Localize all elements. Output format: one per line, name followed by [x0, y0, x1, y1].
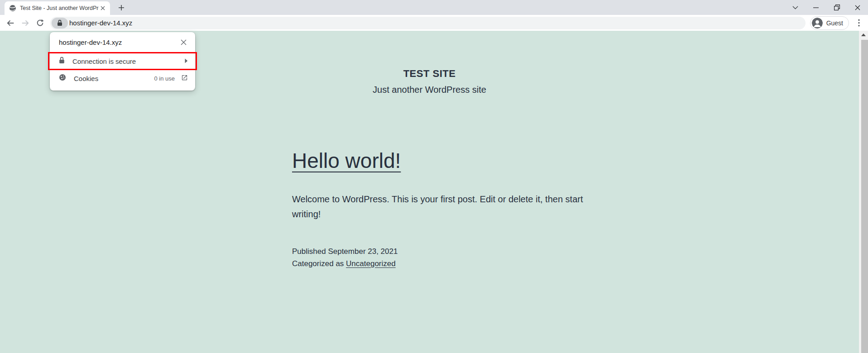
new-tab-button[interactable]	[115, 1, 128, 14]
categorized-prefix: Categorized as	[292, 259, 346, 268]
tab-strip: Test Site - Just another WordPres	[0, 0, 868, 15]
category-link[interactable]: Uncategorized	[346, 259, 396, 268]
chevron-right-icon	[185, 57, 188, 65]
tab-close-icon[interactable]	[99, 5, 106, 12]
published-date: Published September 23, 2021	[292, 245, 609, 258]
site-info-lock-chip[interactable]	[52, 18, 68, 29]
browser-window: Test Site - Just another WordPres	[0, 0, 868, 353]
reload-icon[interactable]	[33, 15, 48, 30]
address-bar[interactable]: hostinger-dev-14.xyz	[50, 17, 806, 29]
scrollbar-track[interactable]	[859, 31, 868, 353]
categorized-line: Categorized as Uncategorized	[292, 258, 609, 270]
back-icon[interactable]	[3, 15, 18, 30]
cookies-in-use-count: 0 in use	[154, 75, 175, 82]
lock-icon	[59, 57, 65, 66]
profile-label: Guest	[826, 19, 843, 27]
external-link-icon[interactable]	[181, 74, 188, 83]
browser-toolbar: hostinger-dev-14.xyz Guest	[0, 15, 868, 31]
menu-dots-icon[interactable]	[853, 17, 865, 29]
scrollbar-thumb[interactable]	[861, 40, 868, 353]
post-title: Hello world!	[292, 148, 609, 173]
popup-close-icon[interactable]	[178, 37, 189, 48]
cookies-row[interactable]: Cookies 0 in use	[50, 70, 195, 87]
post-article: Hello world! Welcome to WordPress. This …	[292, 148, 609, 270]
tab-title: Test Site - Just another WordPres	[20, 5, 99, 11]
globe-favicon	[9, 5, 16, 12]
post-meta: Published September 23, 2021 Categorized…	[292, 245, 609, 270]
window-close-icon[interactable]	[847, 0, 868, 15]
cookie-icon	[59, 74, 66, 83]
profile-button[interactable]: Guest	[810, 16, 849, 30]
browser-tab[interactable]: Test Site - Just another WordPres	[5, 1, 110, 15]
window-controls	[785, 0, 868, 15]
tab-search-chevron-icon[interactable]	[785, 0, 806, 15]
scroll-up-icon[interactable]	[859, 31, 868, 39]
connection-secure-row[interactable]: Connection is secure	[50, 52, 195, 70]
connection-secure-label: Connection is secure	[72, 57, 136, 65]
avatar-icon	[812, 18, 823, 29]
restore-icon[interactable]	[826, 0, 847, 15]
popup-title-row: hostinger-dev-14.xyz	[50, 32, 195, 52]
post-title-link[interactable]: Hello world!	[292, 149, 401, 172]
popup-site-origin: hostinger-dev-14.xyz	[59, 38, 122, 46]
post-body: Welcome to WordPress. This is your first…	[292, 192, 609, 222]
url-text: hostinger-dev-14.xyz	[69, 19, 132, 27]
forward-icon[interactable]	[18, 15, 33, 30]
minimize-icon[interactable]	[806, 0, 826, 15]
site-info-popup: hostinger-dev-14.xyz Connection is secur…	[50, 32, 195, 91]
cookies-label: Cookies	[74, 75, 98, 82]
site-title[interactable]: TEST SITE	[403, 68, 456, 80]
